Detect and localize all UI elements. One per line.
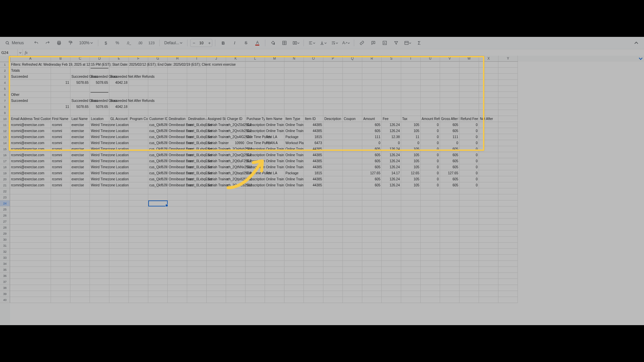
format-currency-button[interactable]: $: [101, 39, 111, 47]
cell[interactable]: [265, 80, 284, 86]
cell[interactable]: [323, 213, 343, 219]
column-header[interactable]: E: [109, 56, 129, 62]
cell[interactable]: 0: [460, 122, 479, 128]
cell[interactable]: [362, 279, 382, 285]
more-formats-button[interactable]: 123: [147, 39, 157, 47]
cell[interactable]: [284, 80, 304, 86]
cell[interactable]: [323, 273, 343, 279]
cell[interactable]: [421, 110, 440, 116]
cell[interactable]: [109, 267, 129, 273]
cell[interactable]: 4042.18: [109, 80, 129, 86]
cell[interactable]: [421, 68, 440, 74]
column-header[interactable]: I: [187, 56, 207, 62]
cell[interactable]: ch_2QrvUb250J: [226, 128, 246, 134]
cell[interactable]: [479, 225, 498, 231]
row-header[interactable]: 19: [0, 170, 10, 176]
cell[interactable]: 0: [421, 128, 440, 134]
cell[interactable]: [109, 237, 129, 243]
cell[interactable]: Refund Fee Adj: [460, 116, 479, 122]
cell[interactable]: [226, 104, 246, 110]
cell[interactable]: [343, 267, 362, 273]
cell[interactable]: [440, 62, 460, 68]
cell[interactable]: [168, 188, 187, 194]
cell[interactable]: [51, 219, 70, 225]
cell[interactable]: [265, 225, 284, 231]
cell[interactable]: 605: [440, 122, 460, 128]
cell[interactable]: [323, 146, 343, 152]
cell[interactable]: [498, 206, 518, 213]
cell[interactable]: [246, 273, 265, 279]
cell[interactable]: Item ID: [304, 116, 323, 122]
column-header[interactable]: A: [10, 56, 51, 62]
cell[interactable]: [207, 231, 226, 237]
cell[interactable]: [382, 237, 401, 243]
cell[interactable]: 11: [51, 80, 70, 86]
cell[interactable]: [129, 291, 148, 297]
cell[interactable]: [440, 206, 460, 213]
cell[interactable]: [498, 261, 518, 267]
cell[interactable]: [479, 74, 498, 80]
cell[interactable]: [401, 225, 421, 231]
print-button[interactable]: [54, 39, 64, 47]
cell[interactable]: 44385: [304, 128, 323, 134]
cell[interactable]: [460, 261, 479, 267]
cell[interactable]: [10, 188, 51, 194]
cell[interactable]: [129, 219, 148, 225]
cell[interactable]: Online Training: [284, 158, 304, 164]
cell[interactable]: [207, 219, 226, 225]
cell[interactable]: [304, 80, 323, 86]
cell[interactable]: [460, 62, 479, 68]
cell[interactable]: [129, 80, 148, 86]
cell[interactable]: [362, 243, 382, 249]
row-header[interactable]: 34: [0, 261, 10, 267]
cell[interactable]: rcomni: [51, 146, 70, 152]
cell[interactable]: [10, 273, 51, 279]
name-box-input[interactable]: [0, 51, 17, 55]
cell[interactable]: [498, 110, 518, 116]
cell[interactable]: exercise: [70, 146, 90, 152]
cell[interactable]: [10, 249, 51, 255]
column-header[interactable]: C: [70, 56, 90, 62]
cell[interactable]: [323, 261, 343, 267]
cell[interactable]: 1815: [304, 134, 323, 140]
cell[interactable]: [440, 231, 460, 237]
cell[interactable]: exercise: [70, 134, 90, 140]
cell[interactable]: Online Training: [265, 158, 284, 164]
cell[interactable]: [109, 261, 129, 267]
cell[interactable]: [460, 243, 479, 249]
cell[interactable]: [460, 92, 479, 98]
cell[interactable]: [90, 243, 109, 249]
cell[interactable]: cus_Qkf8J9hUa: [148, 152, 168, 158]
cell[interactable]: Weird Timezone Location: [90, 122, 109, 128]
cell[interactable]: [382, 297, 401, 303]
cell[interactable]: [129, 213, 148, 219]
cell[interactable]: [479, 122, 498, 128]
column-header[interactable]: H: [168, 56, 187, 62]
cell[interactable]: [460, 249, 479, 255]
cell[interactable]: [421, 194, 440, 200]
cell[interactable]: [168, 80, 187, 86]
cell[interactable]: [284, 237, 304, 243]
cell[interactable]: [382, 243, 401, 249]
cell[interactable]: [382, 86, 401, 92]
cell[interactable]: [246, 68, 265, 74]
cell[interactable]: [109, 176, 129, 182]
cell[interactable]: 0: [460, 146, 479, 152]
column-header[interactable]: J: [207, 56, 226, 62]
cell[interactable]: [168, 92, 187, 98]
cell[interactable]: 605: [440, 176, 460, 182]
row-header[interactable]: 32: [0, 249, 10, 255]
cell[interactable]: [479, 237, 498, 243]
cell[interactable]: [498, 98, 518, 104]
cell[interactable]: Weird Timezone Location: [90, 158, 109, 164]
cell[interactable]: [226, 279, 246, 285]
filter-button[interactable]: [391, 39, 401, 47]
cell[interactable]: [304, 92, 323, 98]
cell[interactable]: [129, 237, 148, 243]
cell[interactable]: [304, 243, 323, 249]
cell[interactable]: [226, 98, 246, 104]
cell[interactable]: [498, 80, 518, 86]
cell[interactable]: [51, 225, 70, 231]
cell[interactable]: [226, 243, 246, 249]
cell[interactable]: [246, 194, 265, 200]
